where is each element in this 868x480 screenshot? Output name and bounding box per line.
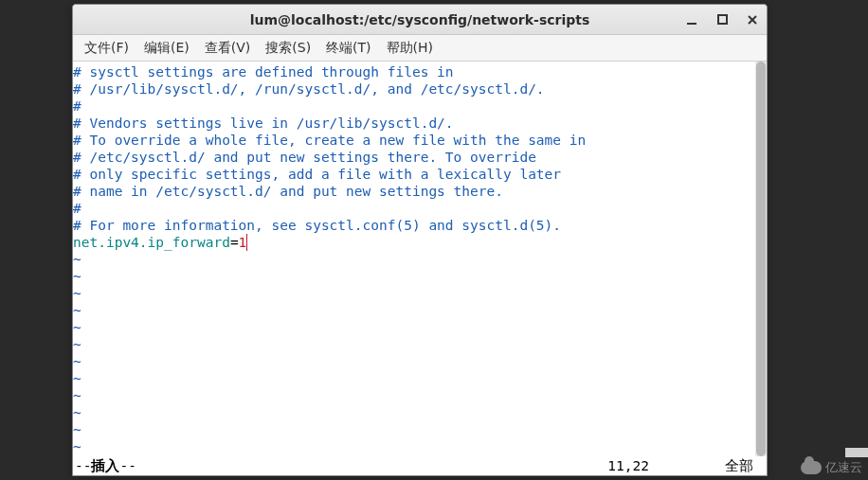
comment-line: # name in /etc/sysctl.d/ and put new set… [73,184,503,199]
mode-suffix: -- [119,458,136,473]
comment-line: # /etc/sysctl.d/ and put new settings th… [73,150,536,165]
scrollbar-thumb[interactable] [756,62,766,456]
titlebar[interactable]: lum@localhost:/etc/sysconfig/network-scr… [73,5,767,35]
empty-line-tilde: ~ [73,422,81,437]
empty-line-tilde: ~ [73,269,81,284]
comment-line: # /usr/lib/sysctl.d/, /run/sysctl.d/, an… [73,81,545,97]
setting-op: = [230,235,239,250]
window-controls [683,5,761,34]
menubar: 文件(F) 编辑(E) 查看(V) 搜索(S) 终端(T) 帮助(H) [73,35,767,62]
empty-line-tilde: ~ [73,388,81,403]
vim-statusbar: -- 插入 -- 11,22 全部 [73,456,767,475]
cursor-position: 11,22 [607,458,649,473]
mode-prefix: -- [75,458,91,473]
empty-line-tilde: ~ [73,320,81,335]
menu-view[interactable]: 查看(V) [197,37,259,60]
menu-edit[interactable]: 编辑(E) [136,37,197,60]
minimize-button[interactable] [683,11,700,28]
empty-line-tilde: ~ [73,303,81,318]
text-cursor [246,234,247,251]
scrollbar[interactable] [755,62,767,456]
menu-help[interactable]: 帮助(H) [379,37,441,60]
empty-line-tilde: ~ [73,405,81,420]
terminal-window: lum@localhost:/etc/sysconfig/network-scr… [72,4,768,476]
menu-terminal[interactable]: 终端(T) [318,37,378,60]
comment-line: # [73,98,81,114]
comment-line: # only specific settings, add a file wit… [73,167,561,182]
comment-line: # Vendors settings live in /usr/lib/sysc… [73,116,454,131]
comment-line: # To override a whole file, create a new… [73,133,586,148]
setting-value: 1 [239,235,247,250]
watermark-text: 亿速云 [825,459,862,476]
empty-line-tilde: ~ [73,337,81,352]
empty-line-tilde: ~ [73,286,81,301]
empty-line-tilde: ~ [73,371,81,386]
scroll-percent: 全部 [725,457,753,475]
empty-line-tilde: ~ [73,354,81,369]
maximize-button[interactable] [714,11,731,28]
empty-line-tilde: ~ [73,252,81,267]
background-decoration [845,448,868,457]
window-title: lum@localhost:/etc/sysconfig/network-scr… [250,12,590,27]
close-button[interactable] [744,11,761,28]
terminal-output[interactable]: # sysctl settings are defined through fi… [73,62,755,456]
watermark: 亿速云 [801,459,862,476]
terminal-area: # sysctl settings are defined through fi… [73,62,767,456]
comment-line: # sysctl settings are defined through fi… [73,64,454,80]
comment-line: # [73,201,81,216]
menu-file[interactable]: 文件(F) [77,37,136,60]
empty-line-tilde: ~ [73,439,81,454]
vim-mode: 插入 [91,457,119,475]
svg-rect-1 [718,15,727,24]
menu-search[interactable]: 搜索(S) [258,37,318,60]
setting-key: net.ipv4.ip_forward [73,235,230,250]
comment-line: # For more information, see sysctl.conf(… [73,218,561,233]
cloud-icon [801,461,822,474]
